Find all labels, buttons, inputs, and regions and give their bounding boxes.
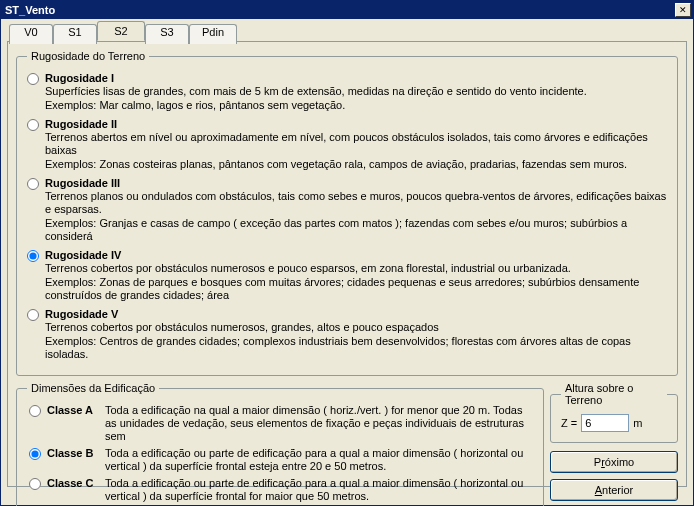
rugosidade-4-desc2: Exemplos: Zonas de parques e bosques com… <box>45 276 667 302</box>
classe-a-desc: Toda a edificação na qual a maior dimens… <box>105 404 533 443</box>
classe-radio-c[interactable] <box>29 478 41 490</box>
classe-c-title: Classe C <box>47 477 105 489</box>
tabstrip: V0 S1 S2 S3 Pdin <box>9 21 687 41</box>
tab-s2[interactable]: S2 <box>97 21 145 41</box>
rugosidade-radio-3[interactable] <box>27 178 39 190</box>
rugosidade-1-title: Rugosidade I <box>45 72 667 84</box>
classe-option-b[interactable]: Classe B Toda a edificação ou parte de e… <box>27 447 533 473</box>
bottom-row: Dimensões da Edificação Classe A Toda a … <box>16 382 678 506</box>
window: ST_Vento ✕ V0 S1 S2 S3 Pdin Rugosidade d… <box>0 0 694 506</box>
rugosidade-5-title: Rugosidade V <box>45 308 667 320</box>
dimensoes-legend: Dimensões da Edificação <box>27 382 159 394</box>
tab-pdin[interactable]: Pdin <box>189 24 237 44</box>
rugosidade-5-desc1: Terrenos cobertos por obstáculos numeros… <box>45 321 667 334</box>
close-button[interactable]: ✕ <box>675 3 691 17</box>
rugosidade-5-desc2: Exemplos: Centros de grandes cidades; co… <box>45 335 667 361</box>
classe-radio-b[interactable] <box>29 448 41 460</box>
content: V0 S1 S2 S3 Pdin Rugosidade do Terreno R… <box>1 19 693 493</box>
altura-legend: Altura sobre o Terreno <box>561 382 667 406</box>
rugosidade-1-desc1: Superfícies lisas de grandes, com mais d… <box>45 85 667 98</box>
rugosidade-3-desc2: Exemplos: Granjas e casas de campo ( exc… <box>45 217 667 243</box>
rugosidade-option-3[interactable]: Rugosidade III Terrenos planos ou ondula… <box>27 177 667 243</box>
window-title: ST_Vento <box>5 4 55 16</box>
rugosidade-3-title: Rugosidade III <box>45 177 667 189</box>
rugosidade-1-desc2: Exemplos: Mar calmo, lagos e rios, pânta… <box>45 99 667 112</box>
tab-v0[interactable]: V0 <box>9 24 53 44</box>
rugosidade-fieldset: Rugosidade do Terreno Rugosidade I Super… <box>16 50 678 376</box>
altura-fieldset: Altura sobre o Terreno Z = m <box>550 382 678 443</box>
classe-option-a[interactable]: Classe A Toda a edificação na qual a mai… <box>27 404 533 443</box>
tab-s1[interactable]: S1 <box>53 24 97 44</box>
tab-panel-s2: Rugosidade do Terreno Rugosidade I Super… <box>7 41 687 487</box>
anterior-button[interactable]: Anterior <box>550 479 678 501</box>
rugosidade-2-desc1: Terrenos abertos em nível ou aproximadam… <box>45 131 667 157</box>
right-column: Altura sobre o Terreno Z = m Próximo Ant… <box>550 382 678 506</box>
rugosidade-4-title: Rugosidade IV <box>45 249 667 261</box>
altura-z-label: Z = <box>561 417 577 429</box>
rugosidade-option-5[interactable]: Rugosidade V Terrenos cobertos por obstá… <box>27 308 667 361</box>
titlebar: ST_Vento ✕ <box>1 1 693 19</box>
classe-c-desc: Toda a edificação ou parte de edificação… <box>105 477 533 503</box>
rugosidade-radio-4[interactable] <box>27 250 39 262</box>
classe-b-title: Classe B <box>47 447 105 459</box>
altura-row: Z = m <box>561 412 667 434</box>
classe-b-desc: Toda a edificação ou parte de edificação… <box>105 447 533 473</box>
rugosidade-4-desc1: Terrenos cobertos por obstáculos numeros… <box>45 262 667 275</box>
rugosidade-radio-1[interactable] <box>27 73 39 85</box>
rugosidade-2-desc2: Exemplos: Zonas costeiras planas, pântan… <box>45 158 667 171</box>
rugosidade-option-4[interactable]: Rugosidade IV Terrenos cobertos por obst… <box>27 249 667 302</box>
classe-option-c[interactable]: Classe C Toda a edificação ou parte de e… <box>27 477 533 503</box>
altura-unit: m <box>633 417 642 429</box>
rugosidade-radio-5[interactable] <box>27 309 39 321</box>
proximo-button[interactable]: Próximo <box>550 451 678 473</box>
rugosidade-2-title: Rugosidade II <box>45 118 667 130</box>
rugosidade-option-2[interactable]: Rugosidade II Terrenos abertos em nível … <box>27 118 667 171</box>
classe-radio-a[interactable] <box>29 405 41 417</box>
dimensoes-fieldset: Dimensões da Edificação Classe A Toda a … <box>16 382 544 506</box>
rugosidade-3-desc1: Terrenos planos ou ondulados com obstácu… <box>45 190 667 216</box>
classe-a-title: Classe A <box>47 404 105 416</box>
rugosidade-legend: Rugosidade do Terreno <box>27 50 149 62</box>
altura-z-input[interactable] <box>581 414 629 432</box>
rugosidade-radio-2[interactable] <box>27 119 39 131</box>
tab-s3[interactable]: S3 <box>145 24 189 44</box>
rugosidade-option-1[interactable]: Rugosidade I Superfícies lisas de grande… <box>27 72 667 112</box>
